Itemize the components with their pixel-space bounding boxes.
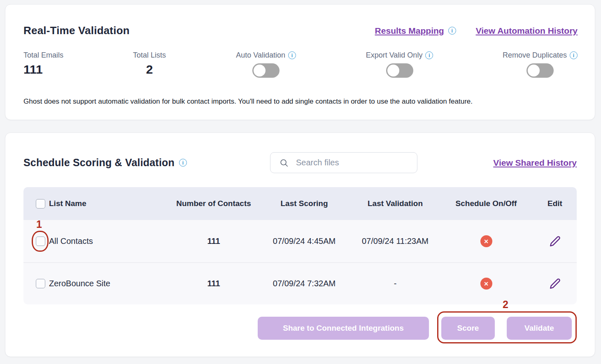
total-emails-label: Total Emails [23, 51, 63, 60]
total-lists-stat: Total Lists 2 [133, 51, 166, 77]
realtime-validation-title: Real-Time Validation [23, 24, 130, 37]
schedule-scoring-card: Schedule Scoring & Validation i View Sha… [5, 132, 595, 357]
lists-table: List Name Number of Contacts Last Scorin… [23, 187, 577, 304]
realtime-validation-card: Real-Time Validation Results Mapping i V… [5, 4, 595, 120]
results-mapping-link[interactable]: Results Mapping [375, 26, 444, 36]
total-lists-label: Total Lists [133, 51, 166, 60]
export-valid-only-label: Export Valid Only [366, 51, 423, 60]
toggle-knob [254, 65, 266, 77]
total-emails-stat: Total Emails 111 [23, 51, 63, 77]
remove-duplicates-label: Remove Duplicates [503, 51, 567, 60]
auto-validation-info-icon[interactable]: i [288, 51, 296, 59]
auto-validation-label: Auto Validation [236, 51, 285, 60]
total-lists-value: 2 [133, 63, 166, 77]
remove-duplicates-toggle-group: Remove Duplicates i [503, 51, 578, 78]
last-scoring-cell: 07/09/24 7:32AM [258, 279, 350, 288]
header-edit: Edit [532, 199, 578, 208]
table-row: All Contacts 111 07/09/24 4:45AM 07/09/2… [23, 220, 577, 262]
auto-validation-note: Ghost does not support automatic validat… [23, 97, 578, 106]
annotation-2-label: 2 [503, 299, 508, 311]
auto-validation-toggle-group: Auto Validation i [236, 51, 296, 78]
row-checkbox[interactable] [36, 279, 45, 288]
pencil-icon [550, 278, 561, 289]
view-shared-history-link[interactable]: View Shared History [493, 158, 577, 168]
header-schedule-on-off: Schedule On/Off [440, 199, 532, 208]
annotation-1-label: 1 [36, 218, 42, 230]
realtime-header-links: Results Mapping i View Automation Histor… [375, 26, 578, 36]
schedule-scoring-info-icon[interactable]: i [179, 159, 187, 167]
select-all-checkbox[interactable] [36, 199, 45, 209]
schedule-off-icon[interactable]: ✕ [480, 235, 492, 247]
header-last-validation: Last Validation [350, 199, 440, 208]
schedule-scoring-title: Schedule Scoring & Validation [23, 157, 175, 169]
table-actions: Share to Connected Integrations Score Va… [23, 317, 577, 340]
score-button[interactable]: Score [441, 317, 495, 340]
edit-button[interactable] [550, 236, 561, 247]
remove-duplicates-toggle[interactable] [526, 63, 554, 78]
search-input[interactable] [296, 158, 410, 167]
last-validation-cell: 07/09/24 11:23AM [350, 236, 440, 246]
view-automation-history-link[interactable]: View Automation History [476, 26, 578, 36]
export-valid-only-info-icon[interactable]: i [425, 51, 433, 59]
export-valid-only-toggle-group: Export Valid Only i [366, 51, 433, 78]
search-icon [280, 158, 289, 167]
header-number-of-contacts: Number of Contacts [169, 199, 258, 208]
toggle-knob [387, 65, 399, 77]
schedule-off-icon[interactable]: ✕ [480, 278, 492, 290]
table-row: ZeroBounce Site 111 07/09/24 7:32AM - ✕ [23, 262, 577, 304]
header-last-scoring: Last Scoring [258, 199, 350, 208]
auto-validation-toggle[interactable] [252, 63, 280, 78]
edit-button[interactable] [550, 278, 561, 289]
header-list-name: List Name [49, 199, 86, 208]
last-validation-cell: - [350, 279, 440, 288]
list-name-cell: All Contacts [49, 236, 93, 246]
last-scoring-cell: 07/09/24 4:45AM [258, 236, 350, 246]
table-header-row: List Name Number of Contacts Last Scorin… [23, 187, 577, 220]
results-mapping-info-icon[interactable]: i [448, 27, 456, 35]
export-valid-only-toggle[interactable] [386, 63, 413, 78]
page: { "colors": { "page_background": "#f4f5f… [0, 0, 601, 364]
pencil-icon [550, 236, 561, 247]
contacts-cell: 111 [169, 236, 258, 246]
total-emails-value: 111 [23, 63, 63, 77]
remove-duplicates-info-icon[interactable]: i [570, 51, 578, 59]
validate-button[interactable]: Validate [507, 317, 572, 340]
search-box[interactable] [270, 152, 417, 173]
toggle-knob [528, 65, 540, 77]
row-checkbox[interactable] [36, 236, 45, 246]
list-name-cell: ZeroBounce Site [49, 279, 110, 288]
share-to-integrations-button[interactable]: Share to Connected Integrations [258, 317, 429, 340]
contacts-cell: 111 [169, 279, 258, 288]
realtime-stats-row: Total Emails 111 Total Lists 2 Auto Vali… [23, 51, 578, 78]
